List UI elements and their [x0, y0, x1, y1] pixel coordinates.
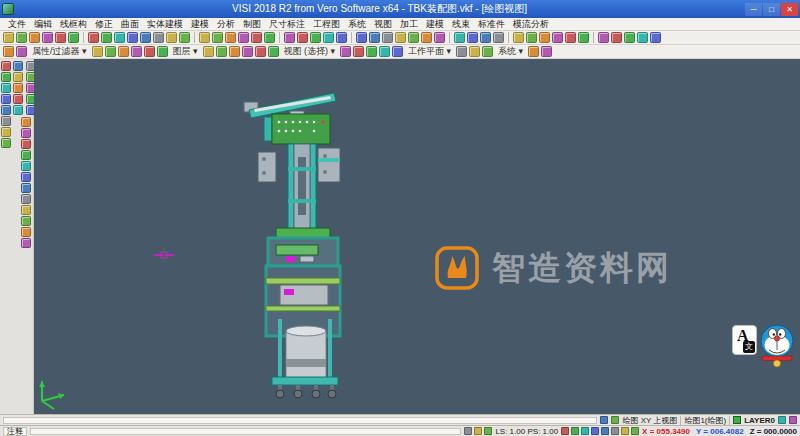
toolbar-icon[interactable] — [268, 46, 279, 57]
toolbar-icon[interactable] — [482, 46, 493, 57]
toolbar-icon[interactable] — [21, 183, 31, 193]
toolbar-icon[interactable] — [467, 32, 478, 43]
toolbar-icon[interactable] — [1, 105, 11, 115]
toolbar-icon[interactable] — [434, 32, 445, 43]
toolbar-icon[interactable] — [565, 32, 576, 43]
menu-item[interactable]: 实体建模 — [143, 18, 187, 31]
toolbar-icon[interactable] — [1, 83, 11, 93]
toolbar-icon[interactable] — [21, 205, 31, 215]
toolbar-icon[interactable] — [144, 46, 155, 57]
menu-item[interactable]: 分析 — [213, 18, 239, 31]
toolbar-icon[interactable] — [581, 427, 589, 435]
3d-model-machine[interactable] — [34, 59, 800, 414]
toolbar-icon[interactable] — [264, 32, 275, 43]
toolbar-icon[interactable] — [552, 32, 563, 43]
toolbar-icon[interactable] — [611, 427, 619, 435]
toolbar-icon[interactable] — [456, 46, 467, 57]
menu-item[interactable]: 文件 — [4, 18, 30, 31]
toolbar-icon[interactable] — [21, 238, 31, 248]
toolbar-icon[interactable] — [369, 32, 380, 43]
toolbar-icon[interactable] — [601, 427, 609, 435]
toolbar-icon[interactable] — [55, 32, 66, 43]
toolbar-icon[interactable] — [166, 32, 177, 43]
menu-item[interactable]: 建模 — [187, 18, 213, 31]
toolbar-icon[interactable] — [140, 32, 151, 43]
toolbar-icon[interactable] — [526, 32, 537, 43]
toolbar-icon[interactable] — [1, 61, 11, 71]
menu-item[interactable]: 制图 — [239, 18, 265, 31]
toolbar-icon[interactable] — [395, 32, 406, 43]
command-field[interactable] — [30, 428, 461, 435]
toolbar-icon[interactable] — [21, 161, 31, 171]
toolbar-icon[interactable] — [203, 46, 214, 57]
layer-manager-icon[interactable] — [778, 416, 786, 424]
plane-icon[interactable] — [611, 416, 619, 424]
toolbar-group-label[interactable]: 系统 ▾ — [495, 45, 526, 58]
toolbar-icon[interactable] — [212, 32, 223, 43]
menu-item[interactable]: 标准件 — [474, 18, 509, 31]
toolbar-icon[interactable] — [454, 32, 465, 43]
toolbar-icon[interactable] — [336, 32, 347, 43]
toolbar-icon[interactable] — [1, 138, 11, 148]
toolbar-icon[interactable] — [1, 72, 11, 82]
toolbar-icon[interactable] — [3, 32, 14, 43]
toolbar-icon[interactable] — [179, 32, 190, 43]
toolbar-icon[interactable] — [340, 46, 351, 57]
toolbar-icon[interactable] — [16, 32, 27, 43]
toolbar-icon[interactable] — [539, 32, 550, 43]
toolbar-icon[interactable] — [1, 127, 11, 137]
toolbar-icon[interactable] — [13, 94, 23, 104]
note-field[interactable]: 注释 — [3, 427, 27, 436]
toolbar-icon[interactable] — [528, 46, 539, 57]
menu-item[interactable]: 工程图 — [309, 18, 344, 31]
toolbar-icon[interactable] — [484, 427, 492, 435]
toolbar-icon[interactable] — [118, 46, 129, 57]
toolbar-icon[interactable] — [16, 46, 27, 57]
toolbar-icon[interactable] — [408, 32, 419, 43]
toolbar-icon[interactable] — [591, 427, 599, 435]
toolbar-icon[interactable] — [255, 46, 266, 57]
close-button[interactable]: ✕ — [781, 3, 798, 16]
menu-item[interactable]: 模流分析 — [509, 18, 553, 31]
toolbar-icon[interactable] — [13, 105, 23, 115]
toolbar-icon[interactable] — [157, 46, 168, 57]
document-status[interactable]: 绘图1(绘图) — [684, 415, 726, 426]
toolbar-icon[interactable] — [21, 150, 31, 160]
menu-item[interactable]: 线框构 — [56, 18, 91, 31]
toolbar-icon[interactable] — [13, 83, 23, 93]
toolbar-icon[interactable] — [469, 46, 480, 57]
toolbar-icon[interactable] — [356, 32, 367, 43]
toolbar-icon[interactable] — [624, 32, 635, 43]
toolbar-icon[interactable] — [127, 32, 138, 43]
menu-item[interactable]: 建模 — [422, 18, 448, 31]
toolbar-group-label[interactable]: 工作平面 ▾ — [405, 45, 454, 58]
menu-item[interactable]: 线束 — [448, 18, 474, 31]
settings-icon[interactable] — [789, 416, 797, 424]
toolbar-icon[interactable] — [464, 427, 472, 435]
toolbar-icon[interactable] — [1, 116, 11, 126]
toolbar-icon[interactable] — [131, 46, 142, 57]
toolbar-group-label[interactable]: 图层 ▾ — [170, 45, 201, 58]
toolbar-icon[interactable] — [513, 32, 524, 43]
toolbar-icon[interactable] — [1, 94, 11, 104]
active-layer[interactable]: LAYER0 — [744, 416, 775, 425]
toolbar-icon[interactable] — [561, 427, 569, 435]
menu-item[interactable]: 尺寸标注 — [265, 18, 309, 31]
toolbar-icon[interactable] — [353, 46, 364, 57]
toolbar-icon[interactable] — [21, 117, 31, 127]
toolbar-icon[interactable] — [13, 72, 23, 82]
menu-item[interactable]: 曲面 — [117, 18, 143, 31]
toolbar-icon[interactable] — [631, 427, 639, 435]
menu-item[interactable]: 修正 — [91, 18, 117, 31]
layer-color-swatch[interactable] — [733, 416, 741, 424]
toolbar-icon[interactable] — [493, 32, 504, 43]
toolbar-icon[interactable] — [598, 32, 609, 43]
menu-item[interactable]: 视图 — [370, 18, 396, 31]
toolbar-icon[interactable] — [310, 32, 321, 43]
toolbar-icon[interactable] — [366, 46, 377, 57]
toolbar-icon[interactable] — [251, 32, 262, 43]
toolbar-icon[interactable] — [229, 46, 240, 57]
viewport-3d[interactable]: 智造资料网 A 文 — [34, 59, 800, 414]
toolbar-icon[interactable] — [242, 46, 253, 57]
toolbar-icon[interactable] — [323, 32, 334, 43]
